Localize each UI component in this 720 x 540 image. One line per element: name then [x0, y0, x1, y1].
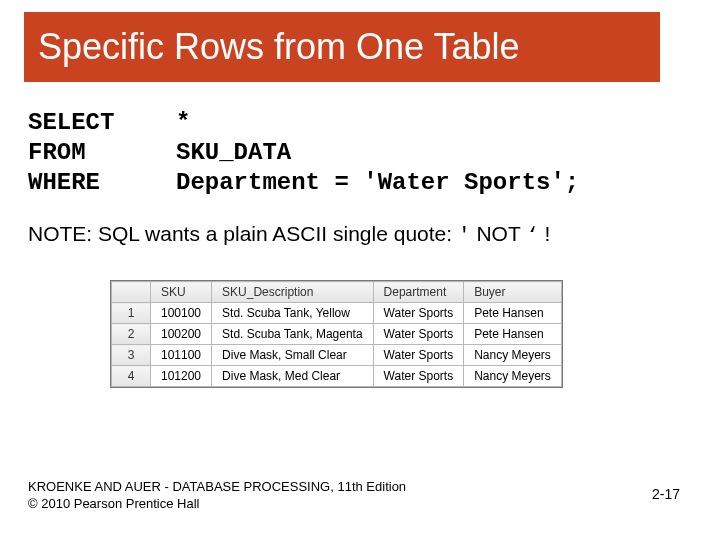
row-num: 1 [112, 303, 151, 324]
cell: Pete Hansen [464, 324, 562, 345]
title-bar: Specific Rows from One Table [24, 12, 660, 82]
sql-code-block: SELECT* FROMSKU_DATA WHEREDepartment = '… [28, 108, 579, 198]
note-line: NOTE: SQL wants a plain ASCII single quo… [28, 222, 550, 247]
col-sku: SKU [151, 282, 212, 303]
cell: Nancy Meyers [464, 345, 562, 366]
sql-keyword-select: SELECT [28, 108, 176, 138]
cell: Pete Hansen [464, 303, 562, 324]
cell: 101100 [151, 345, 212, 366]
cell: 101200 [151, 366, 212, 387]
cell: Water Sports [373, 324, 464, 345]
slide: Specific Rows from One Table SELECT* FRO… [0, 0, 720, 540]
sql-arg-select: * [176, 109, 190, 136]
result-table: SKU SKU_Description Department Buyer 1 1… [111, 281, 562, 387]
result-table-wrap: SKU SKU_Description Department Buyer 1 1… [110, 280, 563, 388]
row-num: 3 [112, 345, 151, 366]
note-end: ! [539, 222, 551, 245]
table-corner [112, 282, 151, 303]
col-dept: Department [373, 282, 464, 303]
table-row: 2 100200 Std. Scuba Tank, Magenta Water … [112, 324, 562, 345]
note-mid: NOT [471, 222, 527, 245]
cell: Dive Mask, Med Clear [212, 366, 374, 387]
sql-arg-where: Department = 'Water Sports'; [176, 169, 579, 196]
col-desc: SKU_Description [212, 282, 374, 303]
col-buyer: Buyer [464, 282, 562, 303]
footer-line1: KROENKE AND AUER - DATABASE PROCESSING, … [28, 479, 406, 494]
footer-line2: © 2010 Pearson Prentice Hall [28, 496, 199, 511]
note-bad-quote: ‘ [526, 224, 539, 247]
note-prefix: NOTE: SQL wants a plain ASCII single quo… [28, 222, 458, 245]
cell: Dive Mask, Small Clear [212, 345, 374, 366]
note-good-quote: ' [458, 224, 471, 247]
footer-attribution: KROENKE AND AUER - DATABASE PROCESSING, … [28, 478, 406, 512]
cell: Nancy Meyers [464, 366, 562, 387]
table-row: 1 100100 Std. Scuba Tank, Yellow Water S… [112, 303, 562, 324]
cell: 100200 [151, 324, 212, 345]
sql-keyword-where: WHERE [28, 168, 176, 198]
cell: Std. Scuba Tank, Yellow [212, 303, 374, 324]
page-number: 2-17 [652, 486, 680, 502]
cell: Std. Scuba Tank, Magenta [212, 324, 374, 345]
slide-title: Specific Rows from One Table [38, 26, 520, 68]
cell: 100100 [151, 303, 212, 324]
cell: Water Sports [373, 366, 464, 387]
sql-arg-from: SKU_DATA [176, 139, 291, 166]
table-row: 4 101200 Dive Mask, Med Clear Water Spor… [112, 366, 562, 387]
row-num: 2 [112, 324, 151, 345]
sql-keyword-from: FROM [28, 138, 176, 168]
cell: Water Sports [373, 345, 464, 366]
table-header-row: SKU SKU_Description Department Buyer [112, 282, 562, 303]
table-row: 3 101100 Dive Mask, Small Clear Water Sp… [112, 345, 562, 366]
row-num: 4 [112, 366, 151, 387]
cell: Water Sports [373, 303, 464, 324]
